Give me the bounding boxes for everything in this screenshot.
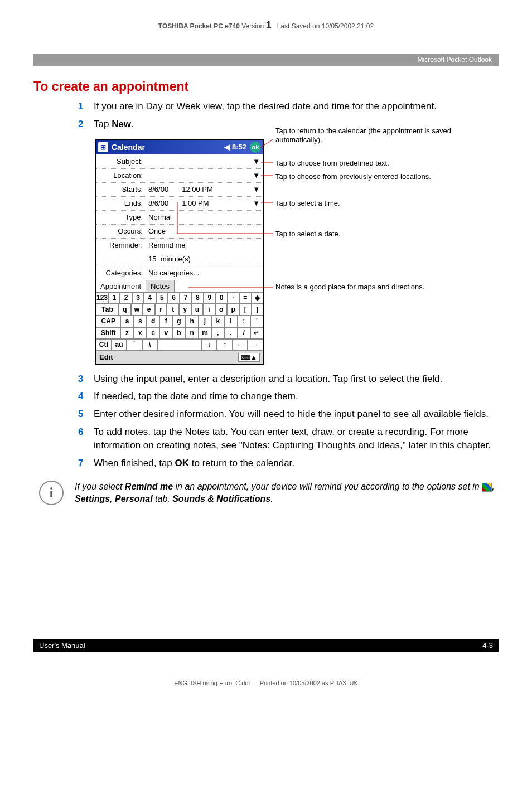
appointment-form: Subject: ▼ Location: ▼ Starts: 8/6/00 12… xyxy=(96,154,263,280)
reminder-label: Reminder: xyxy=(96,241,146,249)
starts-label: Starts: xyxy=(96,185,146,193)
callout-time: Tap to select a time. xyxy=(275,199,340,209)
tabs: Appointment Notes xyxy=(96,280,263,292)
product-name: TOSHIBA Pocket PC e740 xyxy=(158,22,240,30)
footer-right: 4-3 xyxy=(482,641,493,650)
callouts: Tap to return to the calendar (the appoi… xyxy=(275,139,499,365)
callout-subject: Tap to choose from predefined text. xyxy=(275,159,389,168)
location-field[interactable]: ▼ xyxy=(146,171,263,180)
clock: 8:52 xyxy=(232,143,246,151)
step-1: 1 If you are in Day or Week view, tap th… xyxy=(78,100,499,113)
step-text: If you are in Day or Week view, tap the … xyxy=(94,100,499,113)
callout-ok: Tap to return to the calendar (the appoi… xyxy=(275,127,499,146)
print-line: ENGLISH using Euro_C.dot — Printed on 10… xyxy=(33,680,499,686)
step-4: 4If needed, tap the date and time to cha… xyxy=(78,390,499,403)
step-number: 1 xyxy=(78,100,94,113)
speaker-icon[interactable]: ◀ xyxy=(224,143,230,151)
chapter-bar: Microsoft Pocket Outlook xyxy=(33,54,499,66)
type-field[interactable]: Normal xyxy=(146,213,263,221)
step-7: 7 When finished, tap OK to return to the… xyxy=(78,457,499,470)
ends-time[interactable]: 1:00 PM xyxy=(182,199,209,207)
pda-screenshot: ⊞ Calendar ◀ 8:52 ok Subject: ▼ Location… xyxy=(95,139,264,365)
callout-location: Tap to choose from previously entered lo… xyxy=(275,172,431,182)
version-number: 1 xyxy=(266,20,272,31)
footer-left: User's Manual xyxy=(39,641,85,650)
callout-date: Tap to select a date. xyxy=(275,230,340,239)
tab-notes[interactable]: Notes xyxy=(146,280,175,292)
dropdown-icon[interactable]: ▼ xyxy=(253,199,260,207)
dropdown-icon[interactable]: ▼ xyxy=(253,185,260,193)
step-number: 2 xyxy=(78,118,94,131)
kbd-row: Tabqwertyuiop[] xyxy=(96,304,263,316)
version-label: Version xyxy=(241,22,264,30)
reminder-field[interactable]: Remind me xyxy=(146,241,263,249)
app-title: Calendar xyxy=(112,143,224,152)
step-6: 6To add notes, tap the Notes tab. You ca… xyxy=(78,425,499,452)
subject-label: Subject: xyxy=(96,157,146,166)
location-label: Location: xyxy=(96,171,146,180)
figure: ⊞ Calendar ◀ 8:52 ok Subject: ▼ Location… xyxy=(95,139,499,365)
edit-menu[interactable]: Edit xyxy=(99,353,113,361)
note-text: If you select Remind me in an appointmen… xyxy=(75,481,499,505)
ends-label: Ends: xyxy=(96,199,146,207)
soft-keyboard[interactable]: 1231234567890-=◆ Tabqwertyuiop[] CAPasdf… xyxy=(96,292,263,351)
footer-bar: User's Manual 4-3 xyxy=(33,639,499,652)
last-saved: Last Saved on 10/05/2002 21:02 xyxy=(277,22,374,30)
page-header: TOSHIBA Pocket PC e740 Version 1 Last Sa… xyxy=(33,20,499,31)
type-label: Type: xyxy=(96,213,146,221)
step-5: 5Enter other desired information. You wi… xyxy=(78,408,499,421)
starts-field[interactable]: 8/6/00 12:00 PM ▼ xyxy=(146,185,263,193)
callout-notes: Notes is a good place for maps and direc… xyxy=(275,283,424,292)
section-title: To create an appointment xyxy=(33,79,499,94)
kbd-row: Ctláü`\↓↑←→ xyxy=(96,339,263,351)
title-bar: ⊞ Calendar ◀ 8:52 ok xyxy=(96,140,263,154)
dropdown-icon[interactable]: ▼ xyxy=(253,157,260,166)
dropdown-icon[interactable]: ▼ xyxy=(253,171,260,180)
subject-field[interactable]: ▼ xyxy=(146,157,263,166)
starts-date[interactable]: 8/6/00 xyxy=(148,185,168,193)
tab-appointment[interactable]: Appointment xyxy=(96,280,146,292)
reminder-amount[interactable]: 15 minute(s) xyxy=(146,255,263,263)
info-icon: i xyxy=(39,481,64,505)
occurs-field[interactable]: Once xyxy=(146,227,263,235)
keyboard-toggle-icon[interactable]: ⌨▲ xyxy=(238,353,260,362)
start-flag-icon xyxy=(482,483,492,492)
categories-label: Categories: xyxy=(96,269,146,277)
occurs-label: Occurs: xyxy=(96,227,146,235)
ends-field[interactable]: 8/6/00 1:00 PM ▼ xyxy=(146,199,263,207)
ends-date[interactable]: 8/6/00 xyxy=(148,199,168,207)
step-3: 3Using the input panel, enter a descript… xyxy=(78,372,499,386)
kbd-row: CAPasdfghjkl;' xyxy=(96,316,263,327)
note-block: i If you select Remind me in an appointm… xyxy=(33,481,499,505)
categories-field[interactable]: No categories... xyxy=(146,269,263,277)
start-icon[interactable]: ⊞ xyxy=(98,142,108,152)
ok-button[interactable]: ok xyxy=(250,142,261,153)
kbd-row: 1231234567890-=◆ xyxy=(96,292,263,304)
bottom-bar: Edit ⌨▲ xyxy=(96,351,263,364)
starts-time[interactable]: 12:00 PM xyxy=(182,185,213,193)
kbd-row: Shiftzxcvbnm,./↵ xyxy=(96,327,263,339)
